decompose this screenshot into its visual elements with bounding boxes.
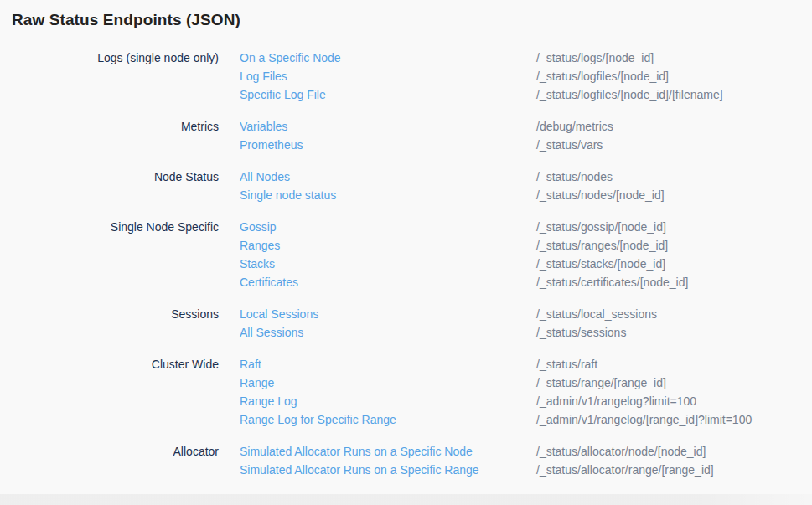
endpoint-path: /_status/certificates/[node_id]: [536, 276, 812, 289]
endpoint-link[interactable]: Ranges: [240, 239, 536, 252]
endpoint-path: /_status/sessions: [536, 326, 812, 339]
endpoint-path: /_status/vars: [536, 138, 812, 152]
bottom-panel-edge: [0, 494, 812, 505]
endpoint-path: /_status/logfiles/[node_id]/[filename]: [536, 88, 812, 101]
category-label: Single Node Specific: [12, 220, 240, 234]
endpoint-link[interactable]: Simulated Allocator Runs on a Specific N…: [240, 445, 536, 458]
category-label: Node Status: [12, 170, 240, 183]
endpoint-path: /_status/nodes: [536, 170, 812, 183]
endpoint-link[interactable]: Specific Log File: [240, 88, 536, 101]
endpoint-section: Logs (single node only)On a Specific Nod…: [12, 49, 812, 104]
category-label: Allocator: [12, 445, 240, 458]
endpoint-section: Node StatusAll Nodes/_status/nodesSingle…: [12, 167, 812, 204]
page-title: Raw Status Endpoints (JSON): [12, 10, 812, 30]
endpoint-sections: Logs (single node only)On a Specific Nod…: [12, 49, 812, 479]
endpoint-link[interactable]: Log Files: [240, 70, 536, 83]
endpoint-link[interactable]: Gossip: [240, 220, 536, 234]
endpoint-section: SessionsLocal Sessions/_status/local_ses…: [12, 305, 812, 342]
endpoint-link[interactable]: On a Specific Node: [240, 51, 536, 64]
endpoint-path: /_status/ranges/[node_id]: [536, 239, 812, 252]
endpoint-link[interactable]: Range Log for Specific Range: [240, 413, 536, 426]
endpoint-link[interactable]: Prometheus: [240, 138, 536, 152]
endpoint-path: /_status/local_sessions: [536, 307, 812, 321]
endpoint-link[interactable]: All Nodes: [240, 170, 536, 183]
endpoint-path: /_status/allocator/node/[node_id]: [536, 445, 812, 458]
endpoint-link[interactable]: Local Sessions: [240, 307, 536, 321]
endpoint-path: /_status/gossip/[node_id]: [536, 220, 812, 234]
endpoint-path: /_status/range/[range_id]: [536, 376, 812, 389]
endpoint-section: AllocatorSimulated Allocator Runs on a S…: [12, 442, 812, 479]
category-label: Logs (single node only): [12, 51, 240, 64]
endpoint-link[interactable]: Certificates: [240, 276, 536, 289]
category-label: Cluster Wide: [12, 358, 240, 371]
endpoint-path: /_status/logfiles/[node_id]: [536, 70, 812, 83]
page-content: Raw Status Endpoints (JSON) Logs (single…: [0, 0, 812, 479]
endpoint-path: /_status/nodes/[node_id]: [536, 188, 812, 202]
endpoint-path: /_status/logs/[node_id]: [536, 51, 812, 64]
endpoint-link[interactable]: Raft: [240, 358, 536, 371]
endpoint-section: MetricsVariables/debug/metricsPrometheus…: [12, 117, 812, 154]
endpoint-path: /debug/metrics: [536, 120, 812, 133]
endpoint-path: /_admin/v1/rangelog?limit=100: [536, 394, 812, 408]
endpoint-link[interactable]: All Sessions: [240, 326, 536, 339]
endpoint-path: /_status/allocator/range/[range_id]: [536, 463, 812, 477]
endpoint-section: Single Node SpecificGossip/_status/gossi…: [12, 218, 812, 291]
endpoint-path: /_status/raft: [536, 358, 812, 371]
endpoint-path: /_admin/v1/rangelog/[range_id]?limit=100: [536, 413, 812, 426]
endpoint-link[interactable]: Stacks: [240, 257, 536, 271]
endpoint-link[interactable]: Variables: [240, 120, 536, 133]
endpoint-link[interactable]: Single node status: [240, 188, 536, 202]
category-label: Metrics: [12, 120, 240, 133]
endpoint-section: Cluster WideRaft/_status/raftRange/_stat…: [12, 355, 812, 429]
endpoint-link[interactable]: Range Log: [240, 394, 536, 408]
category-label: Sessions: [12, 307, 240, 321]
endpoint-link[interactable]: Range: [240, 376, 536, 389]
endpoint-path: /_status/stacks/[node_id]: [536, 257, 812, 271]
endpoint-link[interactable]: Simulated Allocator Runs on a Specific R…: [240, 463, 536, 477]
